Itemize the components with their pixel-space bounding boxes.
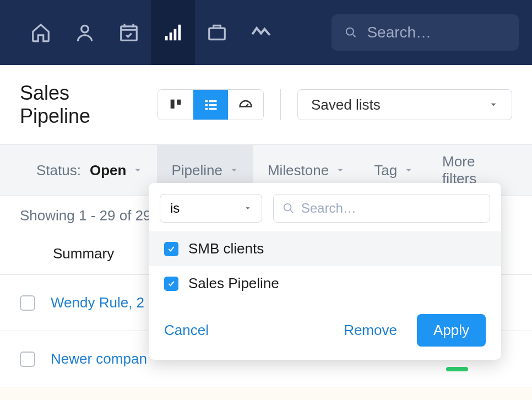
option-label: Sales Pipeline [188,275,279,292]
svg-rect-1 [121,26,137,40]
briefcase-icon[interactable] [195,0,239,65]
filter-more-label: More filters [442,153,496,187]
activity-icon[interactable] [239,0,283,65]
row-checkbox[interactable] [20,352,35,367]
apply-button[interactable]: Apply [417,314,486,347]
chevron-down-icon [229,165,239,175]
search-icon [345,25,357,40]
svg-rect-8 [171,100,175,109]
search-icon [283,202,295,215]
chevron-down-icon [133,165,143,175]
popover-options: SMB clients Sales Pipeline [149,231,501,301]
filter-status-value: Open [90,162,126,179]
svg-rect-3 [170,33,172,40]
svg-point-16 [284,204,291,211]
popover-search-input[interactable] [301,201,481,216]
board-icon [168,97,183,112]
operator-select[interactable]: is [160,194,262,223]
chevron-down-icon [244,204,252,212]
page-header: Sales Pipeline Saved lists [0,65,532,144]
view-toggle [158,89,264,120]
popover-search[interactable] [273,194,490,223]
pipeline-filter-popover: is SMB clients Sales Pipeline Cancel Rem… [149,183,501,360]
cancel-button[interactable]: Cancel [164,322,209,339]
gauge-icon [238,97,253,112]
top-nav [0,0,532,65]
svg-rect-5 [178,25,181,41]
popover-actions: Cancel Remove Apply [149,301,501,360]
operator-value: is [170,201,180,216]
view-board-button[interactable] [158,90,193,120]
view-dashboard-button[interactable] [228,90,263,120]
svg-rect-12 [205,104,208,106]
svg-rect-9 [177,100,181,105]
svg-rect-6 [209,28,225,40]
popover-option[interactable]: SMB clients [149,231,501,266]
pipeline-icon[interactable] [151,0,195,65]
calendar-icon[interactable] [107,0,151,65]
filter-pipeline-label: Pipeline [171,162,222,179]
svg-rect-2 [165,36,168,40]
chevron-down-icon [335,165,345,175]
option-label: SMB clients [188,240,264,257]
svg-point-0 [82,25,89,33]
check-icon [167,245,176,253]
svg-rect-13 [209,104,216,106]
svg-point-7 [346,28,354,35]
page-title: Sales Pipeline [20,82,141,128]
svg-rect-15 [209,108,216,110]
check-icon [167,279,176,288]
search-input[interactable] [367,24,506,41]
view-list-button[interactable] [193,90,229,120]
svg-rect-10 [205,100,208,102]
chevron-down-icon [488,100,498,110]
divider [280,89,281,120]
person-icon[interactable] [63,0,107,65]
svg-rect-4 [174,29,177,41]
filter-status-label: Status: [36,162,81,179]
milestone-bar [446,367,468,371]
popover-option[interactable]: Sales Pipeline [149,266,501,301]
list-icon [203,97,219,112]
table-row[interactable]: Newer company, test Ver [0,387,532,400]
remove-button[interactable]: Remove [344,322,397,339]
global-search[interactable] [332,14,519,51]
checkbox-checked[interactable] [164,242,178,256]
svg-rect-14 [205,108,208,110]
svg-rect-11 [209,100,216,102]
saved-lists-select[interactable]: Saved lists [297,89,512,120]
row-checkbox[interactable] [20,295,35,311]
saved-lists-label: Saved lists [311,96,381,113]
chevron-down-icon [404,165,414,175]
filter-tag-label: Tag [374,162,397,179]
home-icon[interactable] [19,0,63,65]
filter-milestone-label: Milestone [268,162,329,179]
filter-status[interactable]: Status: Open [22,144,157,196]
checkbox-checked[interactable] [164,277,178,291]
